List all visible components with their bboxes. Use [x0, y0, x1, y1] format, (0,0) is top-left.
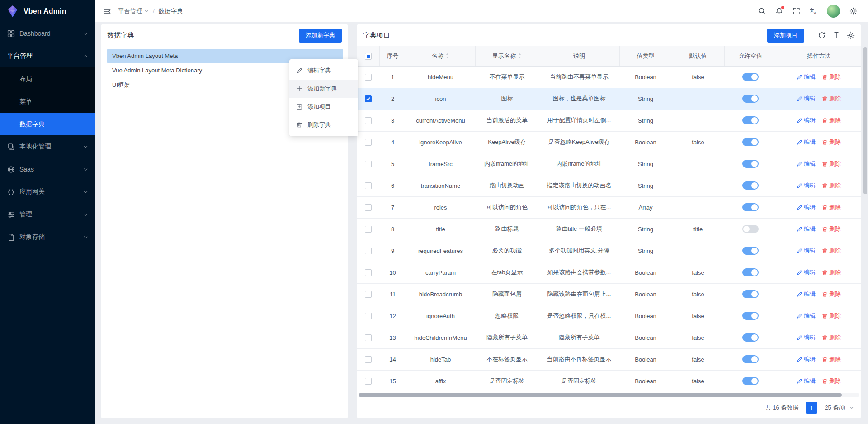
row-checkbox[interactable] [365, 248, 372, 254]
context-menu-item[interactable]: 编辑字典 [289, 62, 358, 80]
horizontal-scrollbar-thumb[interactable] [359, 393, 842, 397]
delete-button[interactable]: 删除 [822, 160, 841, 168]
allow-null-toggle[interactable] [742, 160, 759, 168]
row-checkbox[interactable] [365, 204, 372, 211]
sidebar-item-dashboard[interactable]: Dashboard [0, 22, 95, 45]
sidebar-item-platform[interactable]: 平台管理 [0, 45, 95, 67]
sidebar-item-management[interactable]: 管理 [0, 203, 95, 226]
delete-button[interactable]: 删除 [822, 73, 841, 81]
edit-button[interactable]: 编辑 [797, 268, 816, 276]
edit-button[interactable]: 编辑 [797, 116, 816, 124]
delete-button[interactable]: 删除 [822, 225, 841, 233]
bell-icon[interactable] [775, 7, 783, 15]
edit-button[interactable]: 编辑 [797, 181, 816, 190]
edit-button[interactable]: 编辑 [797, 247, 816, 255]
allow-null-toggle[interactable] [742, 225, 759, 233]
sidebar-subitem-layout[interactable]: 布局 [0, 67, 95, 90]
delete-button[interactable]: 删除 [822, 312, 841, 320]
allow-null-toggle[interactable] [742, 377, 759, 385]
edit-button[interactable]: 编辑 [797, 377, 816, 385]
add-item-button[interactable]: 添加项目 [767, 29, 804, 43]
row-checkbox[interactable] [365, 226, 372, 233]
allow-null-toggle[interactable] [742, 247, 759, 255]
delete-button[interactable]: 删除 [822, 355, 841, 363]
delete-button[interactable]: 删除 [822, 138, 841, 146]
edit-button[interactable]: 编辑 [797, 312, 816, 320]
row-checkbox[interactable] [365, 182, 372, 189]
settings-icon[interactable] [849, 7, 857, 15]
translate-icon[interactable]: 文A [810, 7, 817, 15]
column-header[interactable]: 显示名称 [475, 46, 539, 66]
row-checkbox[interactable] [365, 269, 372, 276]
row-checkbox[interactable] [365, 74, 372, 81]
row-height-icon[interactable] [832, 31, 840, 39]
refresh-icon[interactable] [818, 31, 826, 39]
breadcrumb-label: 平台管理 [118, 7, 142, 15]
row-checkbox[interactable] [365, 356, 372, 363]
context-menu-item[interactable]: 添加新字典 [289, 80, 358, 98]
horizontal-scrollbar[interactable] [359, 393, 859, 397]
menu-fold-icon[interactable] [103, 7, 111, 15]
allow-null-toggle[interactable] [742, 203, 759, 211]
allow-null-toggle[interactable] [742, 181, 759, 190]
vertical-scrollbar[interactable] [863, 22, 867, 424]
page-size-select[interactable]: 25 条/页 [825, 404, 854, 412]
row-checkbox[interactable] [365, 378, 372, 385]
sidebar-subitem-dict[interactable]: 数据字典 [0, 113, 95, 135]
allow-null-toggle[interactable] [742, 116, 759, 124]
edit-button[interactable]: 编辑 [797, 355, 816, 363]
allow-null-toggle[interactable] [742, 138, 759, 146]
edit-button[interactable]: 编辑 [797, 225, 816, 233]
allow-null-toggle[interactable] [742, 290, 759, 298]
row-checkbox[interactable] [365, 313, 372, 319]
allow-null-toggle[interactable] [742, 73, 759, 81]
delete-button[interactable]: 删除 [822, 333, 841, 342]
delete-button[interactable]: 删除 [822, 181, 841, 190]
delete-button[interactable]: 删除 [822, 268, 841, 276]
row-checkbox[interactable] [365, 139, 372, 146]
row-checkbox[interactable] [365, 334, 372, 341]
row-checkbox[interactable] [365, 117, 372, 124]
allow-null-toggle[interactable] [742, 268, 759, 276]
delete-button[interactable]: 删除 [822, 203, 841, 211]
search-icon[interactable] [758, 7, 766, 15]
delete-button[interactable]: 删除 [822, 247, 841, 255]
context-menu-item[interactable]: 添加项目 [289, 98, 358, 116]
table-settings-icon[interactable] [847, 31, 855, 39]
edit-button[interactable]: 编辑 [797, 203, 816, 211]
allow-null-toggle[interactable] [742, 312, 759, 320]
delete-button[interactable]: 删除 [822, 116, 841, 124]
allow-null-toggle[interactable] [742, 355, 759, 363]
vertical-scrollbar-thumb[interactable] [863, 47, 867, 194]
user-avatar[interactable] [827, 5, 840, 18]
column-header[interactable]: 名称 [406, 46, 475, 66]
edit-button[interactable]: 编辑 [797, 160, 816, 168]
breadcrumb-item-platform[interactable]: 平台管理 [118, 7, 149, 15]
context-menu-item[interactable]: 删除字典 [289, 116, 358, 134]
row-checkbox[interactable] [365, 291, 372, 298]
allow-null-toggle[interactable] [742, 333, 759, 342]
allow-null-toggle[interactable] [742, 95, 759, 103]
edit-button[interactable]: 编辑 [797, 290, 816, 298]
edit-button[interactable]: 编辑 [797, 73, 816, 81]
select-all-checkbox[interactable] [365, 53, 372, 60]
app-logo[interactable]: Vben Admin [0, 0, 95, 22]
row-checkbox[interactable] [365, 161, 372, 167]
edit-button[interactable]: 编辑 [797, 138, 816, 146]
sidebar-item-gateway[interactable]: 应用网关 [0, 181, 95, 203]
fullscreen-icon[interactable] [793, 7, 800, 15]
sort-icons[interactable] [518, 53, 522, 59]
sidebar-subitem-menu[interactable]: 菜单 [0, 90, 95, 113]
sidebar-item-saas[interactable]: Saas [0, 158, 95, 181]
delete-button[interactable]: 删除 [822, 290, 841, 298]
add-dict-button[interactable]: 添加新字典 [299, 29, 342, 43]
sidebar-item-storage[interactable]: 对象存储 [0, 226, 95, 248]
page-1-button[interactable]: 1 [806, 402, 817, 414]
edit-button[interactable]: 编辑 [797, 95, 816, 103]
delete-button[interactable]: 删除 [822, 377, 841, 385]
row-checkbox[interactable] [365, 95, 372, 102]
sidebar-item-localization[interactable]: 本地化管理 [0, 135, 95, 158]
sort-icons[interactable] [445, 53, 449, 59]
delete-button[interactable]: 删除 [822, 95, 841, 103]
edit-button[interactable]: 编辑 [797, 333, 816, 342]
